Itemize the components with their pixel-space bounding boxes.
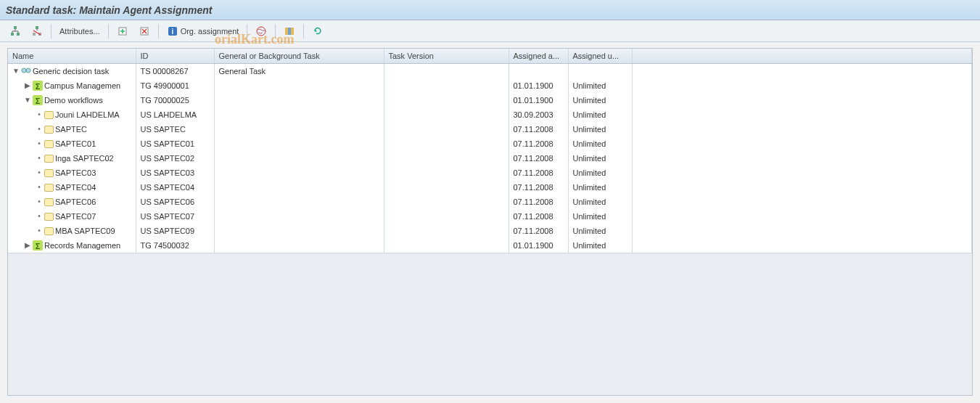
row-assigned-as: [508, 64, 568, 79]
tree-expander[interactable]: •: [36, 167, 43, 179]
row-assigned-as: 01.01.1900: [508, 78, 568, 93]
attributes-button[interactable]: Attributes...: [56, 23, 104, 39]
row-id: US SAPTEC06: [136, 195, 214, 209]
table-row[interactable]: ▼ΣDemo workflowsTG 7000002501.01.1900Unl…: [8, 93, 972, 107]
sever-link-button[interactable]: [28, 23, 46, 39]
col-header-version[interactable]: Task Version: [384, 49, 508, 64]
tree-expander[interactable]: •: [36, 152, 43, 164]
col-header-id[interactable]: ID: [136, 49, 214, 64]
delete-button[interactable]: [135, 23, 154, 39]
col-header-assigned-as[interactable]: Assigned a...: [508, 49, 568, 64]
tree-expander[interactable]: •: [36, 211, 43, 222]
row-assigned-until: Unlimited: [568, 180, 632, 195]
columns-config-button[interactable]: [280, 23, 299, 39]
row-assigned-as: 07.11.2008: [508, 166, 568, 180]
row-assigned-as: 07.11.2008: [508, 122, 568, 137]
row-assigned-until: Unlimited: [568, 93, 632, 107]
row-assigned-until: Unlimited: [568, 151, 632, 166]
world-button[interactable]: [252, 23, 271, 39]
table-row[interactable]: ▶ΣCampus ManagemenTG 4990000101.01.1900U…: [8, 78, 972, 93]
row-version: [384, 78, 508, 93]
row-id: TG 70000025: [136, 93, 214, 107]
row-rest: [632, 93, 972, 107]
title-bar: Standard task: Maintain Agent Assignment: [0, 0, 980, 20]
table-row[interactable]: •Jouni LAHDELMAUS LAHDELMA30.09.2003Unli…: [8, 107, 972, 122]
row-assigned-as: 07.11.2008: [508, 151, 568, 166]
row-rest: [632, 238, 972, 253]
tree-expander[interactable]: ▼: [24, 94, 31, 106]
tree-expander[interactable]: •: [36, 123, 43, 135]
row-id: US LAHDELMA: [136, 107, 214, 122]
tree-expander[interactable]: •: [36, 182, 43, 193]
row-rest: [632, 107, 972, 122]
refresh-button[interactable]: [308, 23, 327, 39]
row-assigned-until: Unlimited: [568, 209, 632, 224]
hierarchy-button[interactable]: [6, 23, 25, 39]
svg-rect-13: [291, 28, 294, 35]
row-id: TG 49900001: [136, 78, 214, 93]
world-icon: [255, 25, 267, 37]
row-assigned-until: Unlimited: [568, 137, 632, 151]
row-version: [384, 93, 508, 107]
table-row[interactable]: •SAPTEC01US SAPTEC0107.11.2008Unlimited: [8, 137, 972, 151]
row-task: [214, 195, 384, 209]
row-task: [214, 166, 384, 180]
row-assigned-until: Unlimited: [568, 238, 632, 253]
tree-expander[interactable]: •: [36, 138, 43, 150]
tree-expander[interactable]: ▶: [24, 80, 31, 91]
row-task: [214, 107, 384, 122]
refresh-icon: [312, 25, 324, 37]
row-version: [384, 137, 508, 151]
row-version: [384, 195, 508, 209]
table-row[interactable]: •SAPTEC07US SAPTEC0707.11.2008Unlimited: [8, 209, 972, 224]
svg-rect-4: [33, 33, 36, 36]
row-task: [214, 180, 384, 195]
table-header-row: Name ID General or Background Task Task …: [8, 49, 972, 64]
row-version: [384, 209, 508, 224]
grid-container: Name ID General or Background Task Task …: [7, 48, 973, 396]
row-id: TG 74500032: [136, 238, 214, 253]
row-id: US SAPTEC09: [136, 224, 214, 238]
tree-expander[interactable]: ▼: [12, 65, 20, 77]
row-task: [214, 78, 384, 93]
row-assigned-as: 30.09.2003: [508, 107, 568, 122]
table-row[interactable]: ▼Generic decision taskTS 00008267General…: [8, 64, 972, 79]
col-header-name[interactable]: Name: [8, 49, 136, 64]
row-name: Campus Managemen: [44, 80, 120, 91]
org-assignment-button[interactable]: i Org. assignment: [163, 23, 243, 39]
user-box-icon: [44, 184, 54, 192]
table-row[interactable]: •SAPTEC06US SAPTEC0607.11.2008Unlimited: [8, 195, 972, 209]
row-rest: [632, 137, 972, 151]
row-rest: [632, 195, 972, 209]
table-row[interactable]: •Inga SAPTEC02US SAPTEC0207.11.2008Unlim…: [8, 151, 972, 166]
row-assigned-as: 07.11.2008: [508, 137, 568, 151]
table-row[interactable]: •SAPTEC03US SAPTEC0307.11.2008Unlimited: [8, 166, 972, 180]
table-row[interactable]: ▶ΣRecords ManagemenTG 7450003201.01.1900…: [8, 238, 972, 253]
create-agent-assignment-button[interactable]: [113, 23, 132, 39]
row-assigned-as: 01.01.1900: [508, 238, 568, 253]
tree-expander[interactable]: •: [36, 225, 43, 237]
delete-icon: [139, 25, 150, 37]
user-box-icon: [44, 111, 54, 119]
org-assignment-label: Org. assignment: [181, 27, 239, 36]
svg-point-15: [26, 68, 30, 73]
tree-expander[interactable]: •: [36, 196, 43, 208]
table-row[interactable]: •MBA SAPTEC09US SAPTEC0907.11.2008Unlimi…: [8, 224, 972, 238]
create-icon: [117, 25, 128, 37]
agent-assignment-table[interactable]: Name ID General or Background Task Task …: [8, 49, 972, 253]
svg-rect-3: [36, 26, 38, 29]
col-header-task[interactable]: General or Background Task: [214, 49, 384, 64]
row-task: [214, 137, 384, 151]
tree-expander[interactable]: ▶: [24, 240, 31, 251]
user-box-icon: [44, 169, 54, 177]
row-name: Generic decision task: [33, 65, 109, 77]
col-header-assigned-until[interactable]: Assigned u...: [568, 49, 632, 64]
row-version: [384, 238, 508, 253]
table-row[interactable]: •SAPTECUS SAPTEC07.11.2008Unlimited: [8, 122, 972, 137]
user-box-icon: [44, 227, 54, 235]
table-row[interactable]: •SAPTEC04US SAPTEC0407.11.2008Unlimited: [8, 180, 972, 195]
svg-rect-2: [17, 33, 20, 36]
sigma-icon: Σ: [33, 240, 43, 251]
tree-expander[interactable]: •: [36, 109, 43, 121]
row-rest: [632, 224, 972, 238]
